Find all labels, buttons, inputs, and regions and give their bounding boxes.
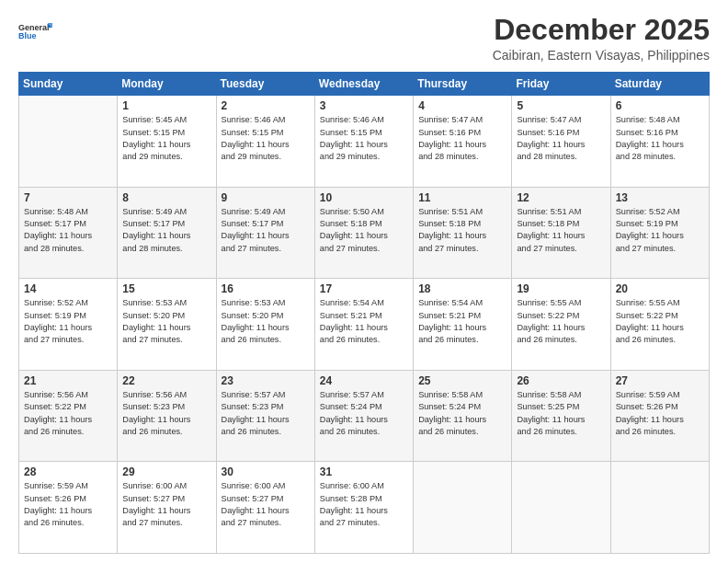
day-info: Sunrise: 6:00 AM Sunset: 5:27 PM Dayligh… [122, 480, 210, 529]
calendar-week-row: 1Sunrise: 5:45 AM Sunset: 5:15 PM Daylig… [19, 96, 710, 188]
day-info: Sunrise: 5:51 AM Sunset: 5:18 PM Dayligh… [418, 206, 506, 255]
svg-text:General: General [18, 23, 50, 32]
calendar-day-cell: 6Sunrise: 5:48 AM Sunset: 5:16 PM Daylig… [610, 96, 709, 188]
day-info: Sunrise: 5:59 AM Sunset: 5:26 PM Dayligh… [616, 389, 704, 438]
day-info: Sunrise: 5:57 AM Sunset: 5:24 PM Dayligh… [320, 389, 408, 438]
calendar-header-row: SundayMondayTuesdayWednesdayThursdayFrid… [19, 73, 710, 96]
calendar-day-cell [610, 462, 709, 554]
day-info: Sunrise: 5:55 AM Sunset: 5:22 PM Dayligh… [616, 297, 704, 346]
day-number: 25 [418, 374, 506, 387]
calendar-day-cell: 28Sunrise: 5:59 AM Sunset: 5:26 PM Dayli… [19, 462, 118, 554]
day-number: 22 [122, 374, 210, 387]
calendar-day-cell: 16Sunrise: 5:53 AM Sunset: 5:20 PM Dayli… [216, 279, 314, 371]
day-number: 26 [517, 374, 605, 387]
calendar-day-cell: 3Sunrise: 5:46 AM Sunset: 5:15 PM Daylig… [314, 96, 413, 188]
day-number: 23 [222, 374, 310, 387]
day-info: Sunrise: 5:52 AM Sunset: 5:19 PM Dayligh… [24, 297, 112, 346]
calendar-day-cell [512, 462, 610, 554]
logo: General Blue [18, 14, 55, 49]
day-info: Sunrise: 5:47 AM Sunset: 5:16 PM Dayligh… [418, 114, 506, 163]
calendar-day-cell: 4Sunrise: 5:47 AM Sunset: 5:16 PM Daylig… [414, 96, 512, 188]
day-info: Sunrise: 5:50 AM Sunset: 5:18 PM Dayligh… [320, 206, 408, 255]
day-info: Sunrise: 5:45 AM Sunset: 5:15 PM Dayligh… [122, 114, 210, 163]
calendar-week-row: 7Sunrise: 5:48 AM Sunset: 5:17 PM Daylig… [19, 187, 710, 279]
day-number: 29 [122, 465, 210, 478]
calendar-day-cell: 12Sunrise: 5:51 AM Sunset: 5:18 PM Dayli… [512, 187, 610, 279]
day-info: Sunrise: 5:54 AM Sunset: 5:21 PM Dayligh… [320, 297, 408, 346]
day-number: 11 [418, 191, 506, 204]
main-title: December 2025 [493, 14, 710, 46]
calendar-day-cell: 26Sunrise: 5:58 AM Sunset: 5:25 PM Dayli… [512, 370, 610, 462]
day-info: Sunrise: 5:49 AM Sunset: 5:17 PM Dayligh… [122, 206, 210, 255]
day-info: Sunrise: 5:56 AM Sunset: 5:23 PM Dayligh… [122, 389, 210, 438]
calendar-day-cell: 7Sunrise: 5:48 AM Sunset: 5:17 PM Daylig… [19, 187, 118, 279]
day-info: Sunrise: 5:53 AM Sunset: 5:20 PM Dayligh… [122, 297, 210, 346]
day-number: 8 [122, 191, 210, 204]
day-number: 16 [222, 282, 310, 295]
calendar-day-cell: 9Sunrise: 5:49 AM Sunset: 5:17 PM Daylig… [216, 187, 314, 279]
calendar-week-row: 28Sunrise: 5:59 AM Sunset: 5:26 PM Dayli… [19, 462, 710, 554]
calendar-day-cell: 17Sunrise: 5:54 AM Sunset: 5:21 PM Dayli… [314, 279, 413, 371]
day-info: Sunrise: 6:00 AM Sunset: 5:27 PM Dayligh… [222, 480, 310, 529]
day-info: Sunrise: 5:52 AM Sunset: 5:19 PM Dayligh… [616, 206, 704, 255]
calendar-week-row: 21Sunrise: 5:56 AM Sunset: 5:22 PM Dayli… [19, 370, 710, 462]
logo-svg: General Blue [18, 14, 55, 49]
calendar-day-cell: 21Sunrise: 5:56 AM Sunset: 5:22 PM Dayli… [19, 370, 118, 462]
day-number: 4 [418, 99, 506, 112]
day-info: Sunrise: 5:51 AM Sunset: 5:18 PM Dayligh… [517, 206, 605, 255]
calendar-day-cell: 25Sunrise: 5:58 AM Sunset: 5:24 PM Dayli… [414, 370, 512, 462]
day-number: 13 [616, 191, 704, 204]
day-number: 6 [616, 99, 704, 112]
calendar-day-cell: 24Sunrise: 5:57 AM Sunset: 5:24 PM Dayli… [314, 370, 413, 462]
calendar-day-cell: 5Sunrise: 5:47 AM Sunset: 5:16 PM Daylig… [512, 96, 610, 188]
day-info: Sunrise: 5:58 AM Sunset: 5:24 PM Dayligh… [418, 389, 506, 438]
day-number: 19 [517, 282, 605, 295]
day-number: 28 [24, 465, 112, 478]
calendar-day-cell: 23Sunrise: 5:57 AM Sunset: 5:23 PM Dayli… [216, 370, 314, 462]
day-info: Sunrise: 5:46 AM Sunset: 5:15 PM Dayligh… [320, 114, 408, 163]
calendar-weekday-header: Thursday [414, 73, 512, 96]
day-number: 5 [517, 99, 605, 112]
header: General Blue December 2025 Caibiran, Eas… [18, 14, 710, 63]
day-info: Sunrise: 5:47 AM Sunset: 5:16 PM Dayligh… [517, 114, 605, 163]
calendar-weekday-header: Monday [118, 73, 216, 96]
day-number: 31 [320, 465, 408, 478]
calendar-day-cell: 1Sunrise: 5:45 AM Sunset: 5:15 PM Daylig… [118, 96, 216, 188]
calendar-day-cell [19, 96, 118, 188]
day-number: 14 [24, 282, 112, 295]
calendar-day-cell: 30Sunrise: 6:00 AM Sunset: 5:27 PM Dayli… [216, 462, 314, 554]
day-info: Sunrise: 6:00 AM Sunset: 5:28 PM Dayligh… [320, 480, 408, 529]
calendar-day-cell: 14Sunrise: 5:52 AM Sunset: 5:19 PM Dayli… [19, 279, 118, 371]
day-number: 30 [222, 465, 310, 478]
day-info: Sunrise: 5:49 AM Sunset: 5:17 PM Dayligh… [222, 206, 310, 255]
day-number: 3 [320, 99, 408, 112]
day-info: Sunrise: 5:54 AM Sunset: 5:21 PM Dayligh… [418, 297, 506, 346]
day-number: 20 [616, 282, 704, 295]
day-info: Sunrise: 5:58 AM Sunset: 5:25 PM Dayligh… [517, 389, 605, 438]
title-block: December 2025 Caibiran, Eastern Visayas,… [493, 14, 710, 63]
day-info: Sunrise: 5:46 AM Sunset: 5:15 PM Dayligh… [222, 114, 310, 163]
calendar-day-cell [414, 462, 512, 554]
day-info: Sunrise: 5:59 AM Sunset: 5:26 PM Dayligh… [24, 480, 112, 529]
subtitle: Caibiran, Eastern Visayas, Philippines [493, 48, 710, 63]
calendar-weekday-header: Friday [512, 73, 610, 96]
day-info: Sunrise: 5:48 AM Sunset: 5:16 PM Dayligh… [616, 114, 704, 163]
calendar-day-cell: 20Sunrise: 5:55 AM Sunset: 5:22 PM Dayli… [610, 279, 709, 371]
calendar-day-cell: 8Sunrise: 5:49 AM Sunset: 5:17 PM Daylig… [118, 187, 216, 279]
day-number: 10 [320, 191, 408, 204]
calendar-day-cell: 22Sunrise: 5:56 AM Sunset: 5:23 PM Dayli… [118, 370, 216, 462]
day-number: 27 [616, 374, 704, 387]
calendar-table: SundayMondayTuesdayWednesdayThursdayFrid… [18, 72, 710, 554]
svg-text:Blue: Blue [18, 31, 37, 40]
day-info: Sunrise: 5:55 AM Sunset: 5:22 PM Dayligh… [517, 297, 605, 346]
calendar-day-cell: 27Sunrise: 5:59 AM Sunset: 5:26 PM Dayli… [610, 370, 709, 462]
day-number: 9 [222, 191, 310, 204]
calendar-day-cell: 29Sunrise: 6:00 AM Sunset: 5:27 PM Dayli… [118, 462, 216, 554]
calendar-weekday-header: Saturday [610, 73, 709, 96]
calendar-day-cell: 31Sunrise: 6:00 AM Sunset: 5:28 PM Dayli… [314, 462, 413, 554]
day-number: 2 [222, 99, 310, 112]
day-number: 1 [122, 99, 210, 112]
day-number: 21 [24, 374, 112, 387]
calendar-weekday-header: Sunday [19, 73, 118, 96]
calendar-day-cell: 11Sunrise: 5:51 AM Sunset: 5:18 PM Dayli… [414, 187, 512, 279]
